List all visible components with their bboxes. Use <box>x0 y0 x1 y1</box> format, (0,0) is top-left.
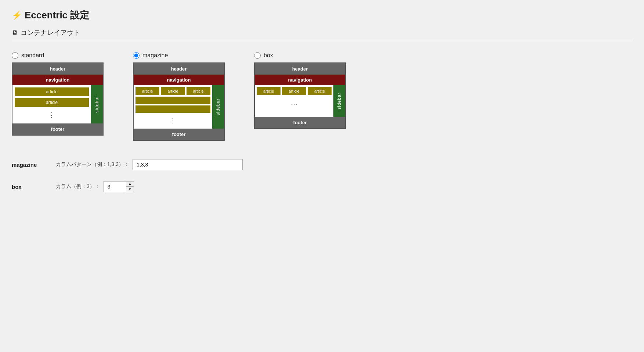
box-diag-nav: navigation <box>255 75 345 85</box>
spinner-up-button[interactable]: ▲ <box>126 182 134 187</box>
magazine-diag-body: article article article ⋮ sidebar <box>134 85 224 129</box>
standard-article-2: article <box>15 98 89 107</box>
magazine-field-description: カラムパターン（例：1,3,3）： <box>56 161 129 168</box>
box-dots: … <box>257 97 332 109</box>
box-diag-header: header <box>255 63 345 75</box>
magazine-article-1: article <box>135 87 159 95</box>
magazine-radio-row[interactable]: magazine <box>133 52 168 59</box>
standard-diagram: header navigation article article ⋮ side… <box>12 62 104 136</box>
monitor-icon: 🖥 <box>12 29 18 36</box>
standard-article-1: article <box>15 87 89 96</box>
layout-option-box: box header navigation article article ar… <box>254 52 346 129</box>
box-number-wrapper: ▲ ▼ <box>104 181 134 192</box>
magazine-sidebar: sidebar <box>212 85 224 129</box>
magazine-article-3: article <box>187 87 210 95</box>
magazine-column-pattern-input[interactable] <box>133 159 243 170</box>
magazine-diag-header: header <box>134 63 224 75</box>
standard-radio[interactable] <box>12 52 18 59</box>
box-field-row: カラム（例：3）： ▲ ▼ <box>56 181 134 192</box>
magazine-field-row: カラムパターン（例：1,3,3）： <box>56 159 243 170</box>
magazine-top-row: article article article <box>135 87 210 95</box>
standard-dots: ⋮ <box>15 109 89 121</box>
section-title-text: コンテナレイアウト <box>21 28 80 37</box>
standard-diag-footer: footer <box>12 123 103 135</box>
magazine-label: magazine <box>142 52 168 59</box>
magazine-setting-label: magazine <box>12 162 48 168</box>
standard-radio-row[interactable]: standard <box>12 52 44 59</box>
box-diag-footer: footer <box>255 117 345 128</box>
box-top-row: article article article <box>257 87 332 95</box>
box-article-3: article <box>308 87 332 95</box>
box-sidebar: sidebar <box>333 85 345 117</box>
standard-articles-area: article article ⋮ <box>12 85 91 123</box>
page-title: ⚡ Eccentric 設定 <box>12 9 632 22</box>
page-title-text: Eccentric 設定 <box>25 9 89 22</box>
box-column-number-input[interactable] <box>104 182 126 192</box>
box-setting-label: box <box>12 184 48 190</box>
magazine-setting-row: magazine カラムパターン（例：1,3,3）： <box>12 159 632 170</box>
magazine-radio[interactable] <box>133 52 140 59</box>
box-diagram: header navigation article article articl… <box>254 62 346 129</box>
box-diag-body: article article article … sidebar <box>255 85 345 117</box>
box-field-description: カラム（例：3）： <box>56 183 100 190</box>
magazine-articles-area: article article article ⋮ <box>134 85 212 129</box>
section-title: 🖥 コンテナレイアウト <box>12 28 632 41</box>
bolt-icon: ⚡ <box>12 11 22 20</box>
standard-sidebar: sidebar <box>91 85 103 123</box>
standard-label: standard <box>21 52 44 59</box>
standard-diag-header: header <box>12 63 103 75</box>
box-article-2: article <box>282 87 306 95</box>
box-articles-area: article article article … <box>255 85 333 117</box>
settings-section: magazine カラムパターン（例：1,3,3）： box カラム（例：3）：… <box>12 159 632 192</box>
magazine-article-2: article <box>161 87 185 95</box>
magazine-wide-bar-2 <box>135 105 210 113</box>
magazine-diagram: header navigation article article articl… <box>133 62 225 141</box>
standard-diag-body: article article ⋮ sidebar <box>12 85 103 123</box>
box-label: box <box>264 52 273 59</box>
box-radio[interactable] <box>254 52 261 59</box>
magazine-wide-bar-1 <box>135 97 210 104</box>
standard-diag-nav: navigation <box>12 75 103 85</box>
magazine-diag-nav: navigation <box>134 75 224 85</box>
number-spinners: ▲ ▼ <box>126 182 134 192</box>
magazine-dots: ⋮ <box>135 114 210 127</box>
box-article-1: article <box>257 87 281 95</box>
box-radio-row[interactable]: box <box>254 52 273 59</box>
layout-options: standard header navigation article artic… <box>12 52 632 141</box>
box-setting-row: box カラム（例：3）： ▲ ▼ <box>12 181 632 192</box>
box-white-area: … <box>257 97 332 115</box>
spinner-down-button[interactable]: ▼ <box>126 187 134 192</box>
layout-option-standard: standard header navigation article artic… <box>12 52 104 136</box>
layout-option-magazine: magazine header navigation article artic… <box>133 52 225 141</box>
magazine-diag-footer: footer <box>134 129 224 140</box>
